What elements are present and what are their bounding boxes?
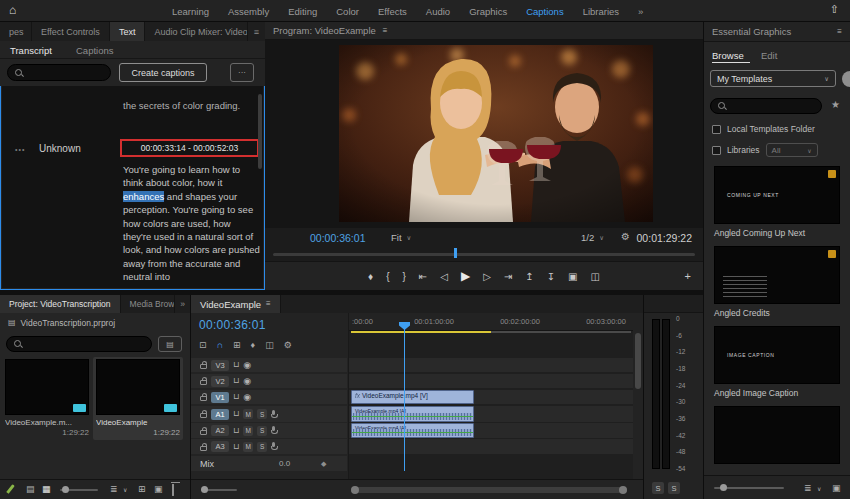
new-bin-button[interactable]: ⊞ <box>138 485 146 494</box>
tab-audio-clip-mixer[interactable]: Audio Clip Mixer: VideoE <box>145 22 247 41</box>
checkbox[interactable] <box>712 125 721 134</box>
video-preview[interactable] <box>339 45 653 222</box>
clip-name[interactable]: VideoExample.m... <box>5 418 89 427</box>
mute-button[interactable]: M <box>243 426 253 436</box>
template-thumbnail[interactable]: IMAGE CAPTION <box>714 326 840 384</box>
timeline-clip-video[interactable]: fx VideoExample.mp4 [V] <box>351 390 474 404</box>
track-target-v3[interactable]: V3 <box>211 360 229 371</box>
delete-button[interactable] <box>172 484 174 495</box>
track-lock-icon[interactable] <box>200 430 207 435</box>
profile-circle-icon[interactable] <box>842 71 850 87</box>
segment-timestamp[interactable]: 00:00:33:14 - 00:00:52:03 <box>141 143 238 153</box>
solo-button[interactable]: S <box>257 442 267 452</box>
favorites-star-icon[interactable]: ★ <box>831 100 840 110</box>
program-monitor-title[interactable]: Program: VideoExample <box>273 25 376 36</box>
zoom-handle-right[interactable] <box>619 486 627 494</box>
tab-project[interactable]: Project: VideoTranscription <box>0 295 121 313</box>
transcript-more-button[interactable]: ··· <box>230 63 254 82</box>
timeline-position-timecode[interactable]: 00:00:36:01 <box>199 318 266 332</box>
new-layout-button[interactable]: ▣ <box>832 484 841 493</box>
speaker-options-icon[interactable]: ••• <box>15 146 25 153</box>
workspace-libraries[interactable]: Libraries <box>583 6 619 17</box>
step-back-button[interactable]: ◁ <box>440 271 448 282</box>
subtab-captions[interactable]: Captions <box>76 45 114 56</box>
transcript-search[interactable] <box>7 64 111 81</box>
scrubber-playhead[interactable] <box>454 248 457 258</box>
checkbox[interactable] <box>712 146 721 155</box>
work-area-bar[interactable] <box>351 331 491 333</box>
workspace-effects[interactable]: Effects <box>378 6 407 17</box>
export-frame-button[interactable]: ▣ <box>568 271 577 282</box>
program-scrubber[interactable] <box>273 248 695 258</box>
templates-search[interactable] <box>710 98 822 114</box>
add-marker-icon[interactable]: ♦ <box>251 340 256 350</box>
voiceover-record-icon[interactable] <box>271 426 276 435</box>
tab-browse[interactable]: Browse <box>712 50 744 61</box>
solo-left-button[interactable]: S <box>652 482 664 494</box>
sort-icon[interactable]: ≣ <box>110 485 118 494</box>
track-target-a1[interactable]: A1 <box>211 409 229 420</box>
home-icon[interactable]: ⌂ <box>9 4 16 16</box>
track-output-eye-icon[interactable]: ◉ <box>243 377 251 386</box>
template-item[interactable]: IMAGE CAPTION Angled Image Caption <box>714 326 840 398</box>
captions-track-icon[interactable]: ◫ <box>265 340 274 350</box>
settings-wrench-icon[interactable]: ⚙ <box>621 232 630 242</box>
template-item[interactable] <box>714 406 840 468</box>
timeline-clip-audio-1[interactable]: VideoExample.mp4 [A] <box>351 406 474 422</box>
thumbnail-size-slider[interactable] <box>714 487 784 489</box>
project-search-input[interactable] <box>27 339 144 349</box>
slider-handle[interactable] <box>62 486 69 493</box>
zoom-fit-dropdown[interactable]: Fit ∨ <box>391 232 411 243</box>
icon-view-button[interactable]: ▦ <box>42 485 51 494</box>
track-lane-v2[interactable] <box>349 374 633 388</box>
solo-button[interactable]: S <box>257 409 267 419</box>
track-height-slider[interactable] <box>201 489 237 491</box>
insert-as-nest-toggle[interactable]: ⊡ <box>199 340 207 350</box>
mute-button[interactable]: M <box>243 409 253 419</box>
templates-search-input[interactable] <box>731 101 814 111</box>
panel-menu-icon[interactable]: ≡ <box>837 28 842 36</box>
track-target-a3[interactable]: A3 <box>211 441 229 452</box>
track-output-eye-icon[interactable]: ◉ <box>243 361 251 370</box>
playback-resolution-dropdown[interactable]: 1/2 ∨ <box>581 232 604 243</box>
local-templates-checkbox-row[interactable]: Local Templates Folder <box>712 124 815 134</box>
sync-lock-icon[interactable]: ⊔ <box>233 443 239 451</box>
mark-in-button[interactable]: { <box>386 271 389 282</box>
list-view-button[interactable]: ▤ <box>26 485 35 494</box>
mute-button[interactable]: M <box>243 442 253 452</box>
template-thumbnail[interactable] <box>714 246 840 304</box>
sync-lock-icon[interactable]: ⊔ <box>233 427 239 435</box>
mix-volume-value[interactable]: 0.0 <box>279 459 290 468</box>
track-lane-v3[interactable] <box>349 358 633 372</box>
project-file-row[interactable]: ▤ VideoTranscription.prproj <box>8 318 115 328</box>
step-forward-button[interactable]: ▷ <box>483 271 491 282</box>
track-lock-icon[interactable] <box>200 380 207 385</box>
sequence-thumbnail[interactable] <box>96 359 180 415</box>
sync-lock-icon[interactable]: ⊔ <box>233 377 239 385</box>
volume-keyframe-line[interactable] <box>352 416 473 417</box>
track-lock-icon[interactable] <box>200 364 207 369</box>
track-target-v2[interactable]: V2 <box>211 376 229 387</box>
template-thumbnail[interactable] <box>714 406 840 464</box>
clip-thumbnail[interactable] <box>5 359 89 415</box>
mark-out-button[interactable]: } <box>403 271 406 282</box>
speaker-name[interactable]: Unknown <box>39 143 81 154</box>
solo-button[interactable]: S <box>257 426 267 436</box>
track-lock-icon[interactable] <box>200 413 207 418</box>
button-editor-plus[interactable]: + <box>685 270 691 282</box>
tab-text[interactable]: Text <box>110 22 146 41</box>
transcript-scrollbar[interactable] <box>258 94 262 169</box>
workspace-learning[interactable]: Learning <box>172 6 209 17</box>
project-filter-button[interactable]: ▤ <box>158 336 182 352</box>
subtab-transcript[interactable]: Transcript <box>10 45 52 56</box>
program-position-timecode[interactable]: 00:00:36:01 <box>310 232 365 244</box>
workspace-captions[interactable]: Captions <box>526 6 564 17</box>
quick-export-icon[interactable]: ⇧ <box>830 4 839 15</box>
tab-overflow-icon[interactable]: » <box>175 295 190 313</box>
add-marker-button[interactable]: ♦ <box>368 271 373 282</box>
comparison-view-button[interactable]: ◫ <box>591 271 600 282</box>
scrubber-track[interactable] <box>273 253 695 256</box>
keyframe-nav-icon[interactable]: ◆ <box>321 460 326 468</box>
libraries-checkbox-row[interactable]: Libraries All ∨ <box>712 143 818 157</box>
slider-handle[interactable] <box>720 484 727 491</box>
